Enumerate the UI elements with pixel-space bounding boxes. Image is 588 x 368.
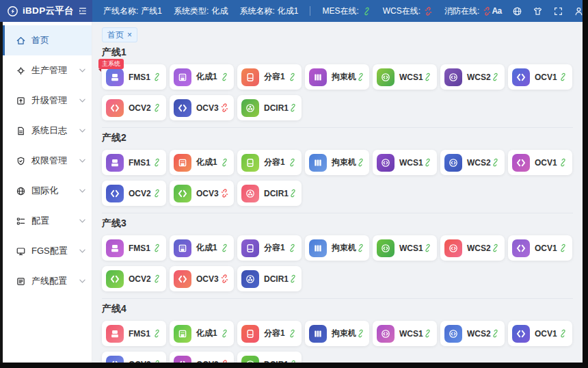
app-card[interactable]: 拘束机 xyxy=(305,150,369,175)
app-card[interactable]: 拘束机 xyxy=(305,235,369,261)
app-card[interactable]: 化成1 xyxy=(170,150,234,175)
wcs-icon xyxy=(377,154,395,172)
app-card-label: 分容1 xyxy=(264,242,285,254)
sidebar-item[interactable]: 权限管理 xyxy=(3,146,92,176)
link-connected-icon xyxy=(152,73,161,81)
link-connected-icon xyxy=(152,274,161,283)
app-card[interactable]: OCV2 xyxy=(102,266,166,291)
app-card[interactable]: DCIR1 xyxy=(237,181,302,206)
dcir-icon xyxy=(241,185,259,202)
app-card[interactable]: WCS1 xyxy=(373,235,437,261)
app-card[interactable]: OCV2 xyxy=(102,352,166,363)
app-card-label: 化成1 xyxy=(196,157,217,168)
production-line-section: 产线2 FMS1 化成1 分容1 拘束机 WCS1 WCS2 OCV1 OCV2… xyxy=(102,132,573,206)
app-card[interactable]: 分容1 xyxy=(237,235,302,261)
app-card[interactable]: OCV2 xyxy=(102,181,166,206)
sidebar-item[interactable]: FGS配置 xyxy=(3,236,92,266)
app-card[interactable]: 分容1 xyxy=(237,64,302,90)
app-card[interactable]: WCS1 xyxy=(373,64,437,90)
sidebar-item[interactable]: 系统日志 xyxy=(3,116,92,146)
app-card[interactable]: WCS2 xyxy=(440,321,505,346)
app-card[interactable]: DCIR1 xyxy=(237,266,302,291)
app-card[interactable]: 拘束机 xyxy=(305,64,369,90)
app-card-label: OCV3 xyxy=(196,189,219,198)
app-card[interactable]: WCS1 xyxy=(373,321,437,346)
section-title: 产线1 xyxy=(102,47,573,59)
app-card[interactable]: OCV1 xyxy=(508,64,572,90)
chevron-down-icon xyxy=(79,98,85,103)
app-card[interactable]: OCV3 xyxy=(170,352,234,363)
container-icon xyxy=(241,325,259,343)
link-connected-icon xyxy=(289,274,297,283)
link-broken-icon xyxy=(424,7,433,16)
app-card[interactable]: FMS1 xyxy=(102,150,166,175)
tab-home[interactable]: 首页 × xyxy=(102,27,137,42)
sidebar-item[interactable]: 配置 xyxy=(3,206,92,236)
sidebar-item[interactable]: 首页 xyxy=(3,25,92,55)
sidebar-item-label: 系统日志 xyxy=(31,124,74,137)
app-card[interactable]: 分容1 xyxy=(237,321,302,346)
language-icon[interactable] xyxy=(512,6,522,16)
link-connected-icon xyxy=(152,244,161,252)
sidebar-item[interactable]: 升级管理 xyxy=(3,86,92,116)
link-connected-icon xyxy=(220,73,229,81)
link-connected-icon xyxy=(220,329,229,338)
app-card[interactable]: WCS2 xyxy=(440,64,505,90)
theme-icon[interactable] xyxy=(533,6,543,16)
app-card[interactable]: OCV3 xyxy=(170,266,234,291)
font-size-icon[interactable]: Aa xyxy=(492,6,501,16)
sidebar-item[interactable]: 生产管理 xyxy=(3,55,92,86)
line-config-icon xyxy=(16,276,26,287)
app-card[interactable]: OCV1 xyxy=(508,321,572,346)
ocv-icon xyxy=(174,185,191,202)
app-card[interactable]: DCIR1 xyxy=(237,352,302,363)
app-card[interactable]: WCS1 xyxy=(373,150,437,175)
furnace-icon xyxy=(174,154,191,172)
app-card[interactable]: OCV3 xyxy=(170,181,234,206)
app-card[interactable]: WCS2 xyxy=(440,150,505,175)
link-connected-icon xyxy=(152,360,161,363)
dcir-icon xyxy=(241,270,259,288)
fms-icon xyxy=(106,325,124,343)
columns-icon xyxy=(309,68,327,86)
app-card[interactable]: OCV3 xyxy=(170,95,234,120)
sidebar-collapse-icon[interactable] xyxy=(78,6,88,16)
sidebar-item-label: 升级管理 xyxy=(31,94,74,107)
app-window: iBDP云平台 产线名称: 产线1 系统类型: 化成 系统名称: 化成1 MES… xyxy=(0,0,583,363)
user-icon[interactable] xyxy=(574,6,584,16)
app-card[interactable]: FMS1 xyxy=(102,321,166,346)
permission-icon xyxy=(16,156,26,166)
sidebar-item[interactable]: 产线配置 xyxy=(3,266,92,296)
app-card[interactable]: 化成1 xyxy=(170,321,234,346)
close-icon[interactable]: × xyxy=(127,31,132,39)
app-card-label: OCV1 xyxy=(535,244,557,253)
app-card[interactable]: 化成1 xyxy=(170,64,234,90)
app-card[interactable]: DCIR1 xyxy=(237,95,302,120)
app-card[interactable]: FMS1 xyxy=(102,235,166,261)
production-line-section: 产线4 FMS1 化成1 分容1 拘束机 WCS1 WCS2 OCV1 OCV2… xyxy=(102,303,573,363)
section-divider xyxy=(102,298,573,299)
app-card[interactable]: 化成1 xyxy=(170,235,234,261)
app-card[interactable]: 分容1 xyxy=(237,150,302,175)
app-card[interactable]: OCV1 xyxy=(508,235,572,261)
app-card-label: DCIR1 xyxy=(264,189,289,198)
section-divider xyxy=(102,213,573,213)
app-card-label: OCV1 xyxy=(535,158,557,168)
sidebar-item[interactable]: 国际化 xyxy=(3,176,92,206)
sidebar: 首页 生产管理 升级管理 系统日志 权限管理 国际化 配置 xyxy=(3,22,92,363)
link-connected-icon xyxy=(423,329,432,338)
link-connected-icon xyxy=(220,244,229,252)
app-card[interactable]: 拘束机 xyxy=(305,321,369,346)
link-connected-icon xyxy=(491,73,500,81)
app-card[interactable]: WCS2 xyxy=(440,235,505,261)
link-broken-icon xyxy=(220,189,229,198)
app-card-label: DCIR1 xyxy=(264,274,289,284)
app-card[interactable]: OCV2 xyxy=(102,95,166,120)
fullscreen-icon[interactable] xyxy=(553,6,563,16)
app-card-label: OCV2 xyxy=(129,103,151,113)
app-card-label: 分容1 xyxy=(264,328,285,339)
app-title: iBDP云平台 xyxy=(23,5,74,17)
app-card[interactable]: FMS1 主系统 xyxy=(102,64,166,90)
app-card[interactable]: OCV1 xyxy=(508,150,572,175)
ocv-icon xyxy=(512,154,530,172)
